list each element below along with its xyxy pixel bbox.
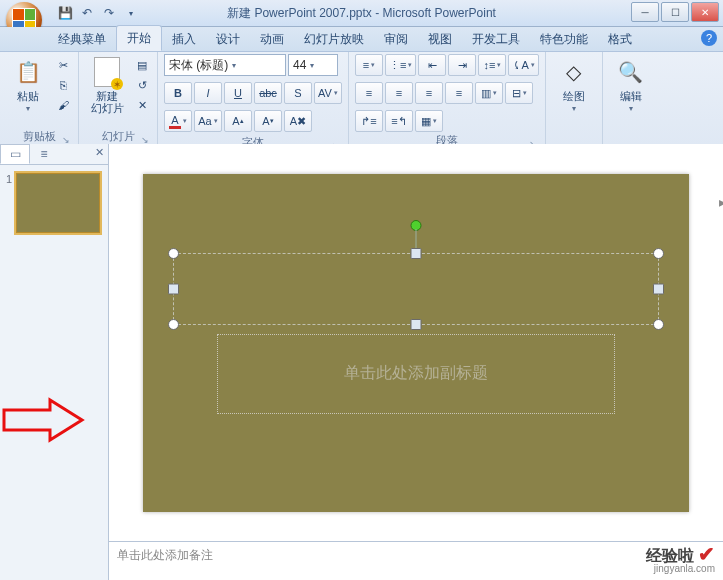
subtitle-text: 单击此处添加副标题 — [344, 363, 488, 384]
align-left-button[interactable]: ≡ — [355, 82, 383, 104]
decrease-indent-button[interactable]: ⇤ — [418, 54, 446, 76]
slide-thumbnail-row[interactable]: 1 — [0, 165, 108, 241]
font-name-select[interactable]: 宋体 (标题)▾ — [164, 54, 286, 76]
rtl-button[interactable]: ≡↰ — [385, 110, 413, 132]
subtitle-placeholder[interactable]: 单击此处添加副标题 — [217, 334, 615, 414]
group-paragraph: ≡ ⋮≡ ⇤ ⇥ ↕≡ ⤹A ≡ ≡ ≡ ≡ ▥ ⊟ ↱≡ ≡↰ ▦ 段落 — [349, 52, 546, 146]
slide-thumbnail[interactable] — [16, 173, 100, 233]
paste-button[interactable]: 📋 粘贴 ▾ — [6, 54, 50, 113]
minimize-button[interactable]: ─ — [631, 2, 659, 22]
group-font: 宋体 (标题)▾ 44▾ B I U abc S AV A Aa A▴ A▾ A… — [158, 52, 349, 146]
panel-close-icon[interactable]: ✕ — [95, 146, 104, 159]
resize-handle-tl[interactable] — [168, 248, 179, 259]
resize-handle-tc[interactable] — [411, 248, 422, 259]
editing-label: 编辑 — [620, 90, 642, 102]
font-name-value: 宋体 (标题) — [169, 57, 228, 74]
copy-icon[interactable]: ⎘ — [54, 76, 72, 94]
char-spacing-button[interactable]: AV — [314, 82, 342, 104]
text-direction-button[interactable]: ⤹A — [508, 54, 538, 76]
align-text-button[interactable]: ⊟ — [505, 82, 533, 104]
increase-indent-button[interactable]: ⇥ — [448, 54, 476, 76]
tab-features[interactable]: 特色功能 — [530, 27, 598, 51]
notes-pane[interactable]: 单击此处添加备注 — [109, 541, 723, 580]
title-placeholder[interactable] — [173, 253, 659, 325]
paste-label: 粘贴 — [17, 90, 39, 102]
watermark-url: jingyanla.com — [646, 564, 715, 574]
format-painter-icon[interactable]: 🖌 — [54, 96, 72, 114]
numbering-button[interactable]: ⋮≡ — [385, 54, 416, 76]
drawing-button[interactable]: ◇ 绘图 ▾ — [552, 54, 596, 113]
slide-stage[interactable]: ▸ 单击此处添加副标题 — [109, 144, 723, 541]
chevron-down-icon: ▾ — [232, 61, 236, 70]
find-icon: 🔍 — [615, 56, 647, 88]
tab-classic[interactable]: 经典菜单 — [48, 27, 116, 51]
close-button[interactable]: ✕ — [691, 2, 719, 22]
tab-slideshow[interactable]: 幻灯片放映 — [294, 27, 374, 51]
new-slide-button[interactable]: ✶ 新建 幻灯片 — [85, 54, 129, 114]
editing-button[interactable]: 🔍 编辑 ▾ — [609, 54, 653, 113]
resize-handle-tr[interactable] — [653, 248, 664, 259]
tab-developer[interactable]: 开发工具 — [462, 27, 530, 51]
font-color-button[interactable]: A — [164, 110, 192, 132]
red-arrow-annotation — [2, 396, 86, 444]
convert-smartart-button[interactable]: ▦ — [415, 110, 443, 132]
underline-button[interactable]: U — [224, 82, 252, 104]
bold-button[interactable]: B — [164, 82, 192, 104]
svg-marker-0 — [4, 400, 82, 440]
slide-number: 1 — [6, 173, 12, 233]
justify-button[interactable]: ≡ — [445, 82, 473, 104]
tab-design[interactable]: 设计 — [206, 27, 250, 51]
undo-icon[interactable]: ↶ — [78, 4, 96, 22]
group-clipboard: 📋 粘贴 ▾ ✂ ⎘ 🖌 剪贴板 — [0, 52, 79, 146]
font-size-select[interactable]: 44▾ — [288, 54, 338, 76]
clear-format-button[interactable]: A✖ — [284, 110, 312, 132]
redo-icon[interactable]: ↷ — [100, 4, 118, 22]
align-right-button[interactable]: ≡ — [415, 82, 443, 104]
reset-icon[interactable]: ↺ — [133, 76, 151, 94]
tab-format[interactable]: 格式 — [598, 27, 642, 51]
strikethrough-button[interactable]: abc — [254, 82, 282, 104]
shadow-button[interactable]: S — [284, 82, 312, 104]
font-size-value: 44 — [293, 58, 306, 72]
save-icon[interactable]: 💾 — [56, 4, 74, 22]
ribbon: 📋 粘贴 ▾ ✂ ⎘ 🖌 剪贴板 ✶ 新建 幻灯片 — [0, 52, 723, 147]
slide[interactable]: 单击此处添加副标题 — [143, 174, 689, 512]
slide-panel: ▭ ≡ ✕ 1 — [0, 144, 109, 580]
group-drawing: ◇ 绘图 ▾ 绘图 — [546, 52, 603, 146]
align-center-button[interactable]: ≡ — [385, 82, 413, 104]
outline-tab-icon[interactable]: ≡ — [30, 145, 58, 163]
grow-font-button[interactable]: A▴ — [224, 110, 252, 132]
paste-icon: 📋 — [12, 56, 44, 88]
tab-animation[interactable]: 动画 — [250, 27, 294, 51]
shrink-font-button[interactable]: A▾ — [254, 110, 282, 132]
tab-home[interactable]: 开始 — [116, 25, 162, 51]
resize-handle-br[interactable] — [653, 319, 664, 330]
help-icon[interactable]: ? — [701, 30, 717, 46]
qat-customize-icon[interactable]: ▾ — [122, 4, 140, 22]
cut-icon[interactable]: ✂ — [54, 56, 72, 74]
chevron-down-icon: ▾ — [310, 61, 314, 70]
layout-icon[interactable]: ▤ — [133, 56, 151, 74]
delete-slide-icon[interactable]: ✕ — [133, 96, 151, 114]
columns-button[interactable]: ▥ — [475, 82, 503, 104]
resize-handle-bc[interactable] — [411, 319, 422, 330]
window-title: 新建 PowerPoint 2007.pptx - Microsoft Powe… — [227, 5, 496, 22]
group-editing: 🔍 编辑 ▾ 编辑 — [603, 52, 659, 146]
resize-handle-ml[interactable] — [168, 283, 179, 294]
title-bar: 💾 ↶ ↷ ▾ 新建 PowerPoint 2007.pptx - Micros… — [0, 0, 723, 27]
ltr-button[interactable]: ↱≡ — [355, 110, 383, 132]
change-case-button[interactable]: Aa — [194, 110, 222, 132]
slides-tab-icon[interactable]: ▭ — [0, 144, 30, 164]
resize-handle-bl[interactable] — [168, 319, 179, 330]
bullets-button[interactable]: ≡ — [355, 54, 383, 76]
resize-handle-mr[interactable] — [653, 283, 664, 294]
new-slide-icon: ✶ — [91, 56, 123, 88]
canvas-area: ▸ 单击此处添加副标题 — [109, 144, 723, 580]
tab-view[interactable]: 视图 — [418, 27, 462, 51]
maximize-button[interactable]: ☐ — [661, 2, 689, 22]
selection-frame — [173, 253, 659, 325]
tab-insert[interactable]: 插入 — [162, 27, 206, 51]
line-spacing-button[interactable]: ↕≡ — [478, 54, 506, 76]
italic-button[interactable]: I — [194, 82, 222, 104]
tab-review[interactable]: 审阅 — [374, 27, 418, 51]
